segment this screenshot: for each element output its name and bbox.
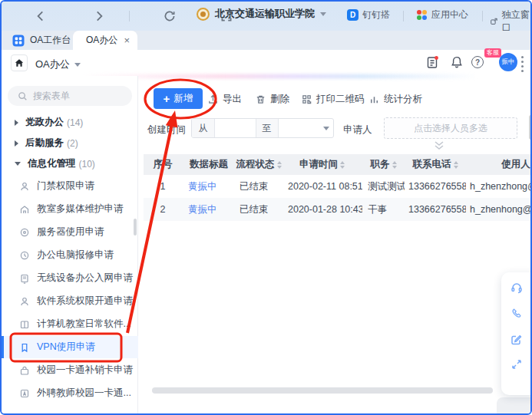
sidebar-item-pc-repair[interactable]: 办公电脑报修申请: [2, 244, 138, 266]
grid-icon: [19, 319, 30, 330]
col-header-phone[interactable]: 联系电话: [405, 158, 466, 171]
dingding-build-link[interactable]: D 钉钉搭: [347, 8, 390, 21]
sidebar-item-server-use[interactable]: 服务器使用申请: [2, 221, 138, 243]
date-to-input[interactable]: [279, 119, 319, 137]
corner-panel: [497, 397, 532, 415]
close-icon[interactable]: ×: [124, 35, 130, 45]
qr-code-icon: [301, 94, 312, 105]
org-logo-icon: [197, 8, 210, 21]
dingtalk-icon: D: [347, 9, 359, 21]
sidebar-item-classroom-media[interactable]: 教室多媒体维护申请: [2, 198, 138, 220]
stats-button[interactable]: 统计分析: [368, 92, 422, 106]
chevron-collapse-icon[interactable]: [431, 140, 447, 151]
chevron-down-icon[interactable]: [319, 119, 333, 137]
chevron-down-icon: [74, 63, 81, 67]
bell-icon[interactable]: [450, 55, 464, 69]
sort-icon[interactable]: [340, 161, 345, 169]
home-icon: [14, 58, 25, 68]
app-title-dropdown[interactable]: OA办公: [35, 58, 81, 71]
horizontal-scrollbar[interactable]: [152, 387, 493, 394]
todo-icon[interactable]: [425, 55, 439, 69]
print-qr-button[interactable]: 打印二维码: [301, 92, 365, 106]
search-input[interactable]: 搜索表单: [8, 86, 132, 106]
col-header-duty[interactable]: 职务: [362, 158, 405, 171]
cell-index: 1: [144, 181, 182, 192]
home-button[interactable]: [11, 54, 28, 71]
sidebar-group-it[interactable]: 信息化管理 (10): [2, 153, 138, 174]
divider: [403, 11, 404, 21]
sidebar-item-door-access[interactable]: 门禁权限申请: [2, 175, 138, 197]
sort-icon[interactable]: [454, 161, 458, 169]
org-switcher[interactable]: 北京交通运输职业学院: [197, 7, 326, 21]
sidebar-group-party[interactable]: 党政办公 (14): [2, 112, 138, 133]
cell-phone: 13366276558: [405, 204, 466, 215]
delete-button[interactable]: 删除: [255, 92, 289, 106]
col-header-status[interactable]: 流程状态: [236, 158, 282, 171]
headset-icon[interactable]: [510, 281, 524, 295]
back-icon[interactable]: [34, 9, 48, 23]
app-center-icon: [417, 10, 428, 21]
plus-icon: +: [164, 93, 170, 104]
phone-icon[interactable]: [510, 307, 524, 321]
divider: [129, 11, 130, 21]
selected-indicator: [2, 336, 4, 358]
sidebar-scrollbar[interactable]: [134, 219, 137, 235]
cell-user: h_zhenhong@1: [466, 204, 532, 215]
vertical-scrollbar[interactable]: [529, 115, 532, 140]
col-header-index[interactable]: 序号: [144, 158, 182, 171]
date-to-prefix: 至: [256, 119, 279, 137]
sidebar-item-computer-room-software[interactable]: 计算机教室日常软件...: [2, 313, 138, 335]
date-from-input[interactable]: [215, 119, 256, 137]
sidebar-group-logistics[interactable]: 后勤服务 (2): [2, 133, 138, 153]
export-button[interactable]: 导出: [207, 92, 242, 106]
col-header-apply-time[interactable]: 申请时间: [282, 158, 362, 171]
bookmark-icon: [19, 342, 30, 353]
device-icon: [19, 273, 30, 284]
org-name: 北京交通运输职业学院: [215, 7, 315, 21]
refresh-icon[interactable]: [163, 9, 177, 23]
export-icon: [207, 94, 219, 105]
sort-icon[interactable]: [392, 161, 397, 169]
search-icon: [18, 91, 28, 101]
tab-workbench[interactable]: OA工作台: [12, 34, 71, 47]
divider: [482, 11, 483, 21]
avatar[interactable]: 振中: [499, 53, 517, 71]
resize-icon[interactable]: [510, 357, 524, 371]
table-row[interactable]: 2 黄振中 已结束 2020-01-28 10:43 干事 1336627655…: [144, 198, 532, 221]
app-window: 北京交通运输职业学院 D 钉钉搭 应用中心 独立窗口: [0, 0, 532, 415]
date-from-prefix: 从: [192, 119, 215, 137]
date-range-picker[interactable]: 从 至: [191, 118, 334, 138]
create-time-label: 创建时间: [147, 124, 186, 137]
cell-status: 已结束: [236, 180, 282, 193]
sidebar-item-software-permission[interactable]: 软件系统权限开通申请: [2, 290, 138, 312]
applicant-picker-input[interactable]: 点击选择人员多选: [384, 117, 517, 139]
cell-title-link[interactable]: 黄振中: [188, 203, 217, 216]
chevron-down-icon: [15, 162, 21, 166]
cell-status: 已结束: [236, 203, 282, 216]
app-center-link[interactable]: 应用中心: [417, 8, 468, 21]
sidebar-item-external-teacher-card[interactable]: 外聘教师校园一卡通...: [2, 382, 138, 404]
help-icon[interactable]: ?: [471, 56, 484, 68]
edit-icon[interactable]: [510, 333, 524, 347]
person-icon: [19, 296, 30, 307]
col-header-title[interactable]: 数据标题: [182, 158, 236, 171]
sort-icon[interactable]: [277, 161, 282, 169]
sidebar-item-campus-card[interactable]: 校园一卡通补销卡申请: [2, 359, 138, 381]
forward-icon[interactable]: [92, 9, 106, 23]
trash-icon: [255, 94, 266, 105]
cell-title-link[interactable]: 黄振中: [188, 180, 217, 193]
more-dots-icon[interactable]: [521, 56, 524, 74]
tab-oa-office[interactable]: OA办公 ×: [73, 31, 137, 50]
sidebar-item-wireless-network[interactable]: 无线设备办公入网申请: [2, 267, 138, 289]
clock-icon: [19, 250, 30, 261]
card-icon: [19, 365, 30, 376]
add-button[interactable]: + 新增: [154, 88, 203, 109]
building-icon: [19, 204, 30, 215]
workbench-icon: [12, 35, 25, 47]
cell-apply-time: 2020-02-11 08:51: [282, 181, 362, 192]
sidebar-item-vpn[interactable]: VPN使用申请: [2, 336, 138, 358]
cell-index: 2: [144, 204, 182, 215]
open-window-icon: [490, 16, 498, 27]
table-row[interactable]: 1 黄振中 已结束 2020-02-11 08:51 测试测试 13366276…: [144, 175, 532, 198]
col-header-user[interactable]: 使用人: [466, 158, 532, 171]
